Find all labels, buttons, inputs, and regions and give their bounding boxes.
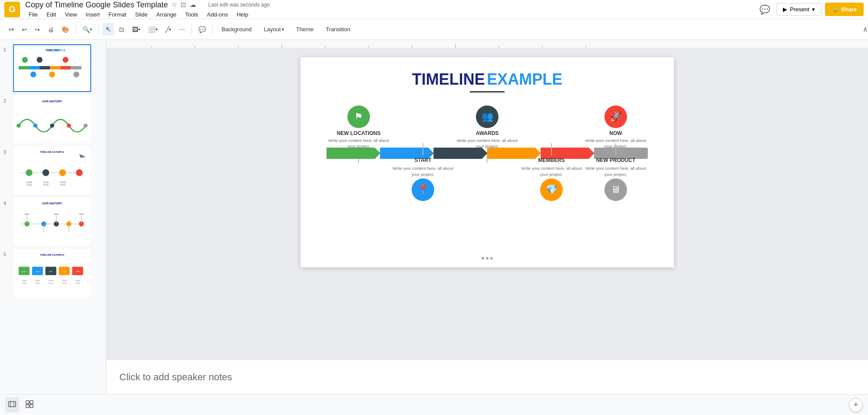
slide-number-3: 3 (3, 147, 10, 155)
slide-dot-1[interactable] (482, 257, 484, 260)
menu-arrange[interactable]: Arrange (153, 10, 180, 19)
awards-circle: 👥 (476, 105, 498, 128)
comments-button[interactable]: 💬 (757, 2, 773, 17)
star-icon[interactable]: ☆ (172, 1, 177, 9)
menu-view[interactable]: View (61, 10, 80, 19)
svg-rect-74 (108, 40, 868, 49)
slide-canvas[interactable]: TIMELINE EXAMPLE ⚑ NEW LOCATIONS Write y… (300, 57, 674, 267)
menu-insert[interactable]: Insert (82, 10, 103, 19)
add-button[interactable]: + ▾ (5, 24, 17, 35)
svg-text:YOUR: YOUR (22, 280, 26, 282)
present-button[interactable]: ▶ Present ▾ (776, 3, 822, 16)
select-tool-button[interactable]: ↖ (102, 23, 114, 36)
ruler (106, 40, 868, 49)
theme-button[interactable]: Theme (291, 23, 319, 35)
toolbar-divider-4 (212, 24, 213, 35)
members-title: MEMBERS (538, 157, 564, 163)
app-logo: G (4, 2, 20, 17)
slide-thumb-5[interactable]: TIMELINE EXAMPLE 2019 2020 2021 2022 202… (13, 249, 91, 297)
svg-point-21 (83, 124, 88, 128)
slide-thumb-3[interactable]: TIMELINE EXAMPLE YOUR TITLE YOUR TITLE Y… (13, 147, 91, 194)
grid-view-button[interactable] (23, 397, 36, 412)
share-button[interactable]: 🔒 Share (825, 3, 864, 16)
svg-text:YOUR: YOUR (35, 280, 40, 282)
paint-format-button[interactable]: 🎨 (59, 24, 72, 35)
slide-item-2[interactable]: 2 OUR HISTORY (3, 96, 102, 143)
image-arrow: ▾ (138, 27, 140, 32)
menu-addons[interactable]: Add-ons (204, 10, 231, 19)
print-button[interactable]: 🖨 (45, 24, 57, 35)
slide-dot-3[interactable] (490, 257, 493, 260)
members-circle: 💎 (540, 178, 563, 201)
menu-slide[interactable]: Slide (132, 10, 151, 19)
slide-item-4[interactable]: 4 OUR HISTORY NEW (3, 198, 102, 246)
present-icon: ▶ (783, 6, 787, 13)
line-icon: ╱ (165, 26, 169, 33)
slide-item-3[interactable]: 3 TIMELINE EXAMPLE YOUR TITLE YOUR (3, 147, 102, 194)
shapes-tool-button[interactable]: ⬜ ▾ (145, 24, 161, 35)
svg-point-20 (67, 124, 71, 128)
more-tools-button[interactable]: ⋯ (176, 24, 188, 35)
new-product-title: NEW PRODUCT (596, 157, 636, 163)
svg-text:NEW: NEW (54, 213, 59, 215)
slide-thumb-4[interactable]: OUR HISTORY NEW NEW NEW (13, 198, 91, 246)
collapse-toolbar-button[interactable]: ∧ (863, 25, 868, 33)
zoom-in-button[interactable]: + (849, 398, 863, 412)
image-tool-button[interactable]: 🖼 ▾ (129, 24, 143, 35)
menu-edit[interactable]: Edit (43, 10, 59, 19)
share-label: Share (841, 6, 857, 13)
add-comment-button[interactable]: 💬 (195, 24, 209, 35)
line-tool-button[interactable]: ╱ ▾ (162, 24, 174, 35)
members-connector (551, 143, 552, 155)
svg-rect-8 (71, 66, 81, 69)
svg-point-11 (63, 57, 68, 63)
svg-text:TITLE: TITLE (22, 283, 26, 284)
slide-thumb-2[interactable]: OUR HISTORY (13, 96, 91, 143)
doc-title-area: Copy of Timeline Google Slides Template … (25, 0, 752, 19)
speaker-notes[interactable]: Click to add speaker notes (106, 359, 868, 394)
present-label: Present (790, 6, 809, 13)
svg-point-13 (49, 72, 55, 77)
frame-icon: ⊡ (119, 26, 124, 33)
new-product-desc: Write your content here, all about your … (584, 165, 648, 177)
layout-label: Layout (264, 26, 281, 33)
svg-point-14 (73, 72, 79, 77)
slide-dot-2[interactable] (486, 257, 488, 260)
cloud-icon[interactable]: ☁ (190, 1, 196, 9)
title-black: TIMELINE (412, 70, 485, 88)
undo-button[interactable]: ↩ (19, 24, 30, 35)
zoom-button[interactable]: 🔍 ▾ (79, 24, 95, 35)
background-button[interactable]: Background (216, 23, 257, 35)
slide-number-4: 4 (3, 198, 10, 206)
slide-thumb-1[interactable]: TIMELINE EXAMPLE (13, 44, 91, 92)
more-icon: ⋯ (179, 26, 185, 33)
doc-title[interactable]: Copy of Timeline Google Slides Template (25, 0, 168, 10)
slide-item-1[interactable]: 1 TIMELINE EXAMPLE (3, 44, 102, 92)
layout-button[interactable]: Layout ▾ (259, 23, 289, 35)
svg-text:YOUR: YOUR (43, 181, 49, 184)
svg-text:TITLE: TITLE (49, 283, 53, 284)
members-desc: Write your content here, all about your … (519, 165, 584, 177)
new-product-connector (615, 143, 616, 155)
svg-text:YOUR: YOUR (49, 280, 53, 282)
start-desc: Write your content here, all about your … (391, 165, 455, 177)
last-edit-text: Last edit was seconds ago (208, 2, 270, 8)
menu-file[interactable]: File (25, 10, 41, 19)
transition-button[interactable]: Transition (320, 23, 356, 35)
menu-help[interactable]: Help (233, 10, 252, 19)
timeline-item-members: MEMBERS Write your content here, all abo… (519, 143, 584, 201)
present-arrow: ▾ (812, 6, 815, 13)
redo-button[interactable]: ↪ (32, 24, 43, 35)
frame-tool-button[interactable]: ⊡ (116, 24, 127, 35)
awards-title: AWARDS (476, 130, 499, 136)
slide-item-5[interactable]: 5 TIMELINE EXAMPLE 2019 2020 2021 2022 2… (3, 249, 102, 297)
title-underline (470, 91, 505, 92)
now-title: NOW (609, 130, 622, 136)
folder-icon[interactable]: ⊡ (181, 1, 186, 9)
svg-point-18 (33, 124, 38, 128)
menu-format[interactable]: Format (105, 10, 130, 19)
add-arrow: ▾ (12, 27, 14, 32)
menu-tools[interactable]: Tools (182, 10, 201, 19)
filmstrip-view-button[interactable] (5, 397, 19, 412)
new-locations-circle: ⚑ (347, 105, 370, 128)
